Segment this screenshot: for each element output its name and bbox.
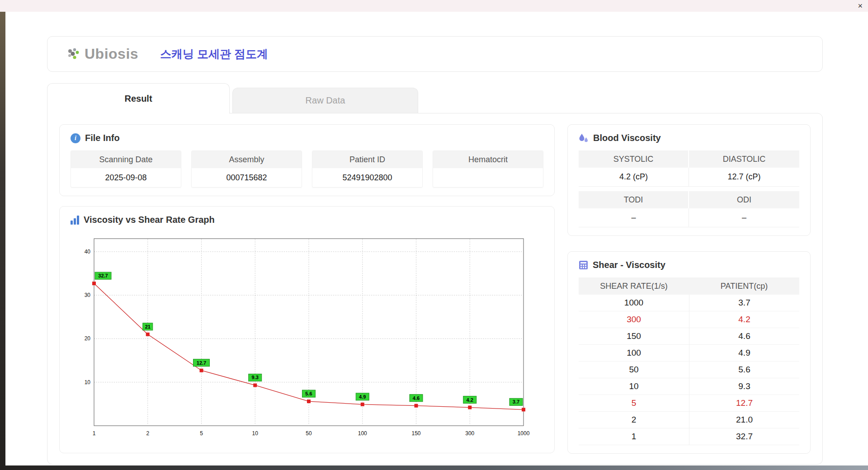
svg-text:1000: 1000 [518, 430, 530, 437]
svg-text:100: 100 [358, 430, 367, 437]
shear-viscosity-card: Shear - Viscosity SHEAR RATE(1/s) PATIEN… [567, 251, 811, 454]
table-cell-shear: 2 [579, 412, 689, 428]
field-label: Assembly [192, 151, 302, 168]
field-value: 2025-09-08 [71, 168, 181, 187]
svg-text:1: 1 [93, 430, 96, 437]
blood-viscosity-card: Blood Viscosity SYSTOLIC DIASTOLIC 4.2 (… [567, 124, 811, 236]
field-label: Patient ID [312, 151, 422, 168]
svg-text:4.9: 4.9 [359, 394, 366, 400]
table-cell-shear: 1 [579, 428, 689, 445]
desktop-edge-left [0, 12, 5, 470]
field-label: Hematocrit [433, 151, 543, 168]
svg-text:21: 21 [145, 324, 151, 329]
diastolic-header: DIASTOLIC [689, 150, 799, 168]
svg-text:5.6: 5.6 [305, 391, 312, 396]
field-value [433, 168, 543, 187]
table-cell-shear: 10 [579, 378, 689, 395]
ubiosis-logo: Ubiosis [66, 46, 138, 62]
table-cell-shear: 100 [579, 345, 689, 362]
result-panel: i File Info Scanning Date 2025-09-08 Ass… [47, 113, 823, 465]
systolic-value: 4.2 (cP) [579, 168, 689, 187]
shear-rate-column-header: SHEAR RATE(1/s) [579, 277, 689, 295]
blood-viscosity-table2: TODI ODI – – [579, 191, 799, 227]
window-titlebar: × [0, 0, 868, 12]
viscosity-graph-card: Viscosity vs Shear Rate Graph 1020304012… [59, 206, 555, 453]
table-cell-patient: 12.7 [689, 395, 799, 412]
tab-result[interactable]: Result [47, 83, 230, 113]
table-cell-patient: 4.6 [689, 328, 799, 345]
table-cell-shear: 5 [579, 395, 689, 412]
calculator-grid-icon [579, 260, 588, 270]
diastolic-value: 12.7 (cP) [689, 168, 799, 187]
window-close-button[interactable]: × [858, 2, 863, 10]
table-cell-shear: 1000 [579, 295, 689, 311]
svg-text:300: 300 [465, 430, 474, 437]
file-info-title: File Info [85, 133, 120, 143]
svg-text:3.7: 3.7 [513, 399, 519, 404]
todi-value: – [579, 208, 689, 227]
svg-text:20: 20 [85, 335, 91, 342]
patient-column-header: PATIENT(cp) [689, 277, 799, 295]
field-value: 000715682 [192, 168, 302, 187]
bar-chart-icon [71, 216, 79, 225]
svg-text:5: 5 [200, 430, 203, 437]
field-scanning-date: Scanning Date 2025-09-08 [71, 150, 181, 188]
table-cell-shear: 300 [579, 311, 689, 328]
svg-text:50: 50 [306, 430, 312, 437]
table-cell-patient: 4.2 [689, 311, 799, 328]
svg-text:12.7: 12.7 [197, 360, 206, 366]
field-value: 52491902800 [312, 168, 422, 187]
table-cell-shear: 50 [579, 362, 689, 378]
svg-text:2: 2 [146, 430, 149, 437]
viscosity-shear-chart: 102030401251050100150300100032.72112.79.… [73, 232, 530, 439]
svg-text:32.7: 32.7 [98, 273, 108, 278]
svg-text:150: 150 [411, 430, 420, 437]
file-info-card: i File Info Scanning Date 2025-09-08 Ass… [59, 124, 555, 196]
odi-value: – [689, 208, 799, 227]
odi-header: ODI [689, 191, 799, 208]
tab-bar: Result Raw Data [47, 83, 823, 113]
file-info-fields: Scanning Date 2025-09-08 Assembly 000715… [71, 150, 543, 188]
field-patient-id: Patient ID 52491902800 [312, 150, 423, 188]
field-hematocrit: Hematocrit [433, 150, 543, 188]
desktop-edge-bottom [0, 465, 868, 470]
table-cell-patient: 5.6 [689, 362, 799, 378]
svg-text:30: 30 [85, 292, 91, 298]
table-cell-patient: 4.9 [689, 345, 799, 362]
svg-text:9.3: 9.3 [252, 375, 259, 380]
blood-viscosity-title: Blood Viscosity [593, 133, 661, 143]
svg-text:4.6: 4.6 [413, 395, 420, 401]
graph-title: Viscosity vs Shear Rate Graph [84, 215, 215, 225]
todi-header: TODI [579, 191, 689, 208]
table-cell-shear: 150 [579, 328, 689, 345]
table-cell-patient: 21.0 [689, 412, 799, 428]
svg-text:40: 40 [85, 249, 91, 255]
header-card: Ubiosis 스캐닝 모세관 점도계 [47, 36, 823, 72]
app-window: Ubiosis 스캐닝 모세관 점도계 Result Raw Data i Fi… [5, 12, 868, 465]
table-cell-patient: 32.7 [689, 428, 799, 445]
systolic-header: SYSTOLIC [579, 150, 689, 168]
app-title: 스캐닝 모세관 점도계 [160, 47, 268, 61]
svg-text:4.2: 4.2 [467, 397, 473, 403]
field-label: Scanning Date [71, 151, 181, 168]
shear-viscosity-title: Shear - Viscosity [593, 260, 665, 270]
tab-raw-data[interactable]: Raw Data [232, 88, 418, 113]
blood-viscosity-table: SYSTOLIC DIASTOLIC 4.2 (cP) 12.7 (cP) [579, 150, 799, 187]
logo-dots-icon [66, 47, 82, 61]
svg-text:10: 10 [85, 379, 91, 385]
shear-viscosity-table: SHEAR RATE(1/s) PATIENT(cp) 1000 3.7 300… [579, 277, 799, 445]
blood-drops-icon [579, 133, 589, 143]
svg-text:10: 10 [252, 430, 259, 437]
table-cell-patient: 3.7 [689, 295, 799, 311]
info-icon: i [71, 133, 80, 143]
field-assembly: Assembly 000715682 [191, 150, 302, 188]
table-cell-patient: 9.3 [689, 378, 799, 395]
logo-text: Ubiosis [85, 46, 138, 62]
